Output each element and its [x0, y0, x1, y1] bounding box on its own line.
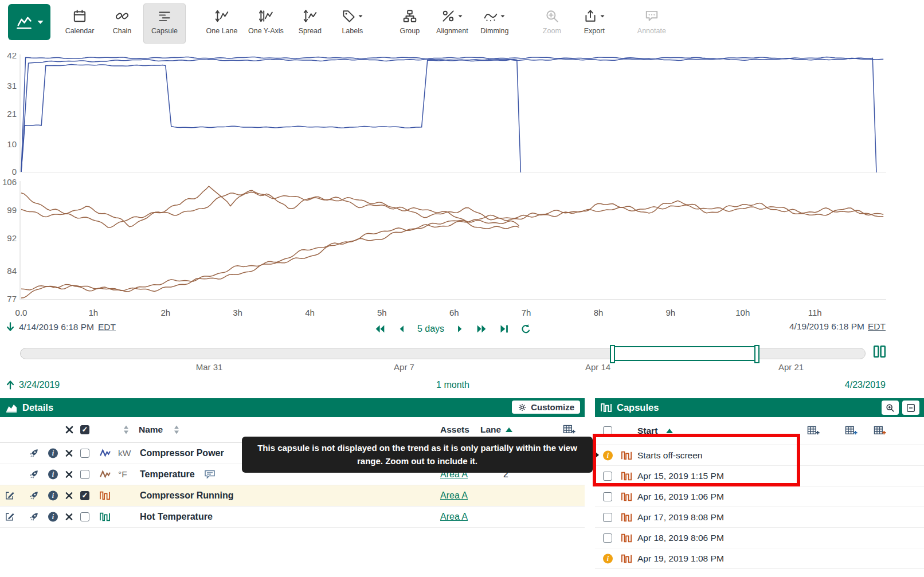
- refresh-icon[interactable]: [520, 323, 532, 335]
- item-name: Hot Temperature: [140, 512, 213, 522]
- chain-icon: [115, 7, 130, 25]
- asset-link[interactable]: Area A: [440, 490, 468, 501]
- column-header-name[interactable]: Name: [139, 425, 163, 435]
- toolbar-export-button[interactable]: Export: [573, 3, 616, 44]
- info-icon[interactable]: i: [48, 449, 58, 458]
- column-header-lane[interactable]: Lane: [480, 425, 501, 435]
- details-row: iCompressor RunningArea A: [0, 485, 585, 507]
- capsule-checkbox[interactable]: [603, 492, 612, 501]
- edit-icon[interactable]: [5, 491, 14, 501]
- edit-icon[interactable]: [5, 512, 14, 522]
- toolbar-zoom-label: Zoom: [543, 27, 561, 35]
- step-forward-fast-icon[interactable]: [475, 323, 488, 335]
- column-header-assets[interactable]: Assets: [440, 425, 469, 435]
- investigate-duration[interactable]: 1 month: [20, 380, 886, 390]
- details-panel: Details Customize Name Assets Lane ikW: [0, 398, 585, 577]
- signal-icon: [100, 449, 111, 458]
- remove-icon[interactable]: [65, 471, 73, 478]
- toolbar-capsule-button[interactable]: Capsule: [143, 3, 186, 44]
- row-checkbox[interactable]: [80, 470, 89, 479]
- step-forward-icon[interactable]: [454, 323, 465, 335]
- row-checkbox[interactable]: [80, 491, 89, 500]
- asset-link[interactable]: Area A: [440, 512, 468, 522]
- toolbar-one-lane-button[interactable]: One Lane: [201, 3, 243, 44]
- view-selector-button[interactable]: [8, 4, 50, 40]
- capsules-panel: Capsules Start iStar: [595, 398, 924, 577]
- capsule-icon: [621, 533, 632, 543]
- trend-chart[interactable]: 423121100106999284770.01h2h3h4h5h6h7h8h9…: [0, 53, 924, 323]
- remove-all-icon[interactable]: [65, 426, 73, 434]
- capsule-row: Apr 18, 2019 8:06 PM: [595, 528, 924, 548]
- toolbar-annotate-label: Annotate: [637, 27, 666, 35]
- customize-button[interactable]: Customize: [512, 401, 580, 414]
- timezone-link-end[interactable]: EDT: [868, 321, 886, 332]
- select-all-checkbox[interactable]: [80, 425, 89, 434]
- alignment-icon: [441, 7, 463, 25]
- comment-icon[interactable]: [204, 470, 216, 480]
- svg-text:8h: 8h: [594, 308, 604, 317]
- one-y-axis-icon: [259, 7, 273, 25]
- capsule-time-toggle-icon[interactable]: [872, 344, 887, 359]
- toolbar-group-button[interactable]: Group: [389, 3, 431, 44]
- overview-timeline[interactable]: [20, 346, 866, 361]
- add-column-icon[interactable]: [807, 426, 820, 437]
- timeline-left-handle[interactable]: [610, 345, 615, 363]
- toolbar-calendar-label: Calendar: [65, 27, 95, 35]
- step-back-icon[interactable]: [396, 323, 408, 335]
- warning-info-icon[interactable]: i: [603, 554, 613, 563]
- toolbar-group-label: Group: [400, 27, 420, 35]
- timeline-tick-label: Mar 31: [196, 362, 223, 372]
- capsule-checkbox[interactable]: [603, 533, 612, 543]
- toolbar-chain-button[interactable]: Chain: [101, 3, 143, 44]
- capsules-select-all-checkbox[interactable]: [603, 426, 612, 435]
- toolbar-one-lane-label: One Lane: [206, 27, 238, 35]
- toolbar-dimming-button[interactable]: Dimming: [473, 3, 516, 44]
- asset-swap-icon[interactable]: [29, 512, 39, 522]
- remove-icon[interactable]: [65, 450, 73, 457]
- svg-text:21: 21: [7, 109, 17, 119]
- row-checkbox[interactable]: [80, 449, 89, 458]
- toolbar-calendar-button[interactable]: Calendar: [58, 3, 101, 44]
- tooltip-arrow: [592, 449, 599, 461]
- gear-icon: [518, 403, 527, 412]
- column-header-start[interactable]: Start: [637, 426, 657, 436]
- customize-label: Customize: [531, 402, 574, 412]
- timeline-tick-label: Apr 7: [394, 362, 414, 372]
- toolbar-spread-button[interactable]: Spread: [289, 3, 331, 44]
- remove-icon[interactable]: [65, 513, 73, 521]
- step-back-fast-icon[interactable]: [374, 323, 386, 335]
- sort-icon[interactable]: [174, 426, 179, 434]
- capsule-row: Apr 16, 2019 1:06 PM: [595, 486, 924, 507]
- range-duration[interactable]: 5 days: [417, 324, 444, 334]
- info-icon[interactable]: i: [48, 491, 58, 501]
- add-signal-column-icon[interactable]: [845, 426, 858, 437]
- capsules-zoom-button[interactable]: [882, 401, 899, 415]
- info-icon[interactable]: i: [48, 512, 58, 522]
- toolbar-labels-button[interactable]: Labels: [331, 3, 374, 44]
- warning-info-icon[interactable]: i: [603, 450, 613, 460]
- row-checkbox[interactable]: [80, 512, 89, 521]
- capsule-checkbox[interactable]: [603, 513, 612, 522]
- seeq-workbench: CalendarChainCapsuleOne LaneOne Y-AxisSp…: [0, 0, 924, 577]
- capsule-checkbox[interactable]: [603, 472, 612, 481]
- asset-swap-icon[interactable]: [29, 490, 39, 501]
- asset-swap-icon[interactable]: [29, 448, 39, 458]
- timeline-selected-range[interactable]: [612, 346, 757, 361]
- capsule-start-value: Apr 19, 2019 1:08 PM: [637, 554, 724, 564]
- capsule-icon: [621, 450, 632, 460]
- capsules-collapse-button[interactable]: [902, 401, 919, 415]
- investigate-start-arrow-icon[interactable]: [6, 379, 15, 390]
- timeline-right-handle[interactable]: [754, 345, 759, 363]
- add-condition-column-icon[interactable]: [874, 426, 886, 437]
- sort-icon[interactable]: [124, 426, 128, 434]
- toolbar-capsule-label: Capsule: [151, 27, 178, 35]
- toolbar-alignment-button[interactable]: Alignment: [431, 3, 473, 44]
- add-column-icon[interactable]: [563, 425, 575, 435]
- remove-icon[interactable]: [65, 492, 73, 500]
- toolbar-one-y-axis-button[interactable]: One Y-Axis: [243, 3, 289, 44]
- range-start-arrow-icon[interactable]: [6, 321, 15, 332]
- info-icon[interactable]: i: [48, 470, 58, 480]
- unit-label: kW: [118, 448, 131, 458]
- asset-swap-icon[interactable]: [29, 469, 39, 480]
- step-to-end-icon[interactable]: [498, 323, 510, 335]
